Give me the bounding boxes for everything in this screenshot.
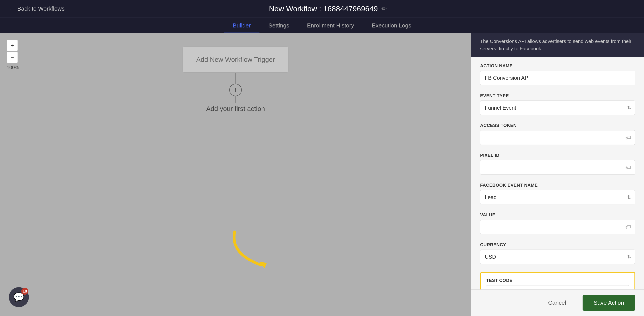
tab-builder[interactable]: Builder <box>224 19 260 33</box>
yellow-arrow <box>226 227 292 272</box>
event-type-select[interactable]: Funnel Event Purchase Lead Custom <box>480 101 635 115</box>
zoom-in-button[interactable]: + <box>7 40 18 51</box>
zoom-out-button[interactable]: − <box>7 52 18 63</box>
chat-notification-count: 18 <box>21 288 28 295</box>
pixel-id-label: PIXEL ID <box>480 153 635 158</box>
tab-settings[interactable]: Settings <box>260 19 298 33</box>
access-token-field-group: ACCESS TOKEN 🏷 <box>480 123 635 145</box>
test-code-label: TEST CODE <box>486 278 629 283</box>
pixel-id-input-wrap: 🏷 <box>480 160 635 175</box>
currency-label: CURRENCY <box>480 242 635 247</box>
top-header: ← Back to Workflows New Workflow : 16884… <box>0 0 644 18</box>
zoom-level: 100% <box>7 65 19 70</box>
workflow-title-text: New Workflow : 1688447969649 <box>269 4 378 13</box>
action-name-field-group: ACTION NAME <box>480 63 635 85</box>
cancel-button[interactable]: Cancel <box>537 295 577 311</box>
fb-event-name-select[interactable]: Lead Purchase ViewContent AddToCart <box>480 190 635 204</box>
value-input[interactable] <box>480 220 635 234</box>
tab-execution-logs[interactable]: Execution Logs <box>363 19 420 33</box>
edit-icon[interactable]: ✏ <box>382 5 386 12</box>
access-token-input[interactable] <box>480 130 635 145</box>
currency-select[interactable]: USD EUR GBP <box>480 250 635 264</box>
first-action-label: Add your first action <box>206 105 265 113</box>
test-code-input-wrap: 🏷 <box>486 285 629 290</box>
value-label: VALUE <box>480 212 635 217</box>
canvas-area: + − 100% Add New Workflow Trigger + Add … <box>0 33 471 316</box>
value-field-group: VALUE 🏷 <box>480 212 635 234</box>
access-token-input-wrap: 🏷 <box>480 130 635 145</box>
chat-badge[interactable]: 💬 18 <box>9 287 29 307</box>
tab-enrollment-history[interactable]: Enrollment History <box>298 19 363 33</box>
main-content: + − 100% Add New Workflow Trigger + Add … <box>0 33 644 316</box>
zoom-controls: + − 100% <box>7 40 19 70</box>
fb-event-name-label: FACEBOOK EVENT NAME <box>480 183 635 188</box>
panel-scroll: ACTION NAME EVENT TYPE Funnel Event Purc… <box>471 57 644 290</box>
action-name-label: ACTION NAME <box>480 63 635 68</box>
event-type-label: EVENT TYPE <box>480 93 635 98</box>
event-type-select-wrap: Funnel Event Purchase Lead Custom ⇅ <box>480 101 635 115</box>
trigger-label: Add New Workflow Trigger <box>196 56 275 63</box>
trigger-box[interactable]: Add New Workflow Trigger <box>182 46 289 73</box>
back-arrow-icon: ← <box>9 5 15 12</box>
workflow-title: New Workflow : 1688447969649 ✏ <box>269 4 386 13</box>
panel-top-note: The Conversions API allows advertisers t… <box>471 33 644 57</box>
connector: + <box>229 73 242 103</box>
currency-field-group: CURRENCY USD EUR GBP ⇅ <box>480 242 635 264</box>
save-action-button[interactable]: Save Action <box>582 295 635 311</box>
action-name-input[interactable] <box>480 71 635 85</box>
pixel-id-field-group: PIXEL ID 🏷 <box>480 153 635 175</box>
connector-line-top <box>235 73 236 84</box>
nav-tabs: Builder Settings Enrollment History Exec… <box>0 18 644 33</box>
panel-footer: Cancel Save Action <box>471 290 644 316</box>
right-panel: The Conversions API allows advertisers t… <box>471 33 644 316</box>
value-input-wrap: 🏷 <box>480 220 635 234</box>
back-label: Back to Workflows <box>17 5 64 12</box>
fb-event-name-field-group: FACEBOOK EVENT NAME Lead Purchase ViewCo… <box>480 183 635 204</box>
test-code-input[interactable] <box>486 285 629 290</box>
test-code-section: TEST CODE 🏷 Please make sure to remove t… <box>480 272 635 290</box>
currency-select-wrap: USD EUR GBP ⇅ <box>480 250 635 264</box>
add-action-button[interactable]: + <box>229 84 242 96</box>
fb-event-name-select-wrap: Lead Purchase ViewContent AddToCart ⇅ <box>480 190 635 204</box>
back-button[interactable]: ← Back to Workflows <box>9 5 64 12</box>
event-type-field-group: EVENT TYPE Funnel Event Purchase Lead Cu… <box>480 93 635 115</box>
access-token-label: ACCESS TOKEN <box>480 123 635 128</box>
pixel-id-input[interactable] <box>480 160 635 175</box>
connector-line-bottom <box>235 96 236 103</box>
